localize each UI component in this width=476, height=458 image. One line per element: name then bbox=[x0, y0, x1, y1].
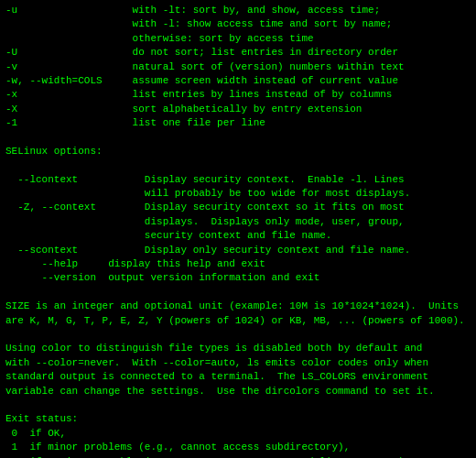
exit-0: 0 if OK, bbox=[5, 427, 471, 441]
line-4: -U do not sort; list entries in director… bbox=[5, 46, 471, 60]
size-line-1: SIZE is an integer and optional unit (ex… bbox=[5, 300, 471, 313]
lcontext-1: --lcontext Display security context. Ena… bbox=[5, 173, 471, 187]
line-1: -u with -lt: sort by, and show, access t… bbox=[5, 4, 471, 17]
lcontext-2: will probably be too wide for most displ… bbox=[5, 187, 471, 201]
selinux-header: SELinux options: bbox=[5, 145, 471, 158]
line-3: otherwise: sort by access time bbox=[5, 32, 471, 46]
line-blank-2 bbox=[5, 158, 471, 172]
version-line: --version output version information and… bbox=[5, 271, 471, 285]
color-line-1: Using color to distinguish file types is… bbox=[5, 342, 471, 355]
line-blank-5 bbox=[5, 398, 471, 412]
line-blank-4 bbox=[5, 328, 471, 342]
line-blank-1 bbox=[5, 131, 471, 145]
line-8: -X sort alphabetically by entry extensio… bbox=[5, 103, 471, 116]
context-3: security context and file name. bbox=[5, 229, 471, 243]
help-line: --help display this help and exit bbox=[5, 257, 471, 271]
exit-header: Exit status: bbox=[5, 412, 471, 426]
color-line-2: with --color=never. With --color=auto, l… bbox=[5, 356, 471, 370]
line-6: -w, --width=COLS assume screen width ins… bbox=[5, 74, 471, 88]
color-line-3: standard output is connected to a termin… bbox=[5, 370, 471, 384]
line-7: -x list entries by lines instead of by c… bbox=[5, 88, 471, 102]
color-line-4: variable can change the settings. Use th… bbox=[5, 385, 471, 398]
exit-2: 2 if serious trouble (e.g., cannot acces… bbox=[5, 455, 471, 459]
line-9: -1 list one file per line bbox=[5, 116, 471, 130]
line-blank-3 bbox=[5, 286, 471, 300]
line-5: -v natural sort of (version) numbers wit… bbox=[5, 60, 471, 74]
line-2: with -l: show access time and sort by na… bbox=[5, 17, 471, 31]
size-line-2: are K, M, G, T, P, E, Z, Y (powers of 10… bbox=[5, 314, 471, 328]
terminal-window: -u with -lt: sort by, and show, access t… bbox=[0, 0, 476, 458]
context-1: -Z, --context Display security context s… bbox=[5, 201, 471, 214]
exit-1: 1 if minor problems (e.g., cannot access… bbox=[5, 441, 471, 454]
context-2: displays. Displays only mode, user, grou… bbox=[5, 215, 471, 229]
scontext: --scontext Display only security context… bbox=[5, 244, 471, 257]
